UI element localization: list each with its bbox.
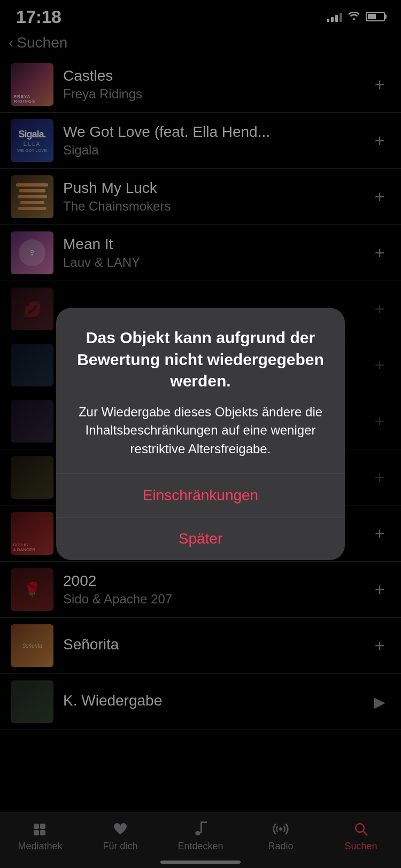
- later-button[interactable]: Später: [56, 517, 345, 560]
- later-button-label: Später: [179, 530, 223, 547]
- alert-dialog: Das Objekt kann aufgrund der Bewertung n…: [56, 308, 345, 560]
- modal-content: Das Objekt kann aufgrund der Bewertung n…: [56, 308, 345, 474]
- modal-overlay: Das Objekt kann aufgrund der Bewertung n…: [0, 0, 401, 868]
- modal-title: Das Objekt kann aufgrund der Bewertung n…: [72, 327, 329, 392]
- restrictions-button[interactable]: Einschränkungen: [56, 474, 345, 517]
- modal-description: Zur Wiedergabe dieses Objekts ändere die…: [72, 403, 329, 459]
- restrictions-button-label: Einschränkungen: [143, 487, 258, 503]
